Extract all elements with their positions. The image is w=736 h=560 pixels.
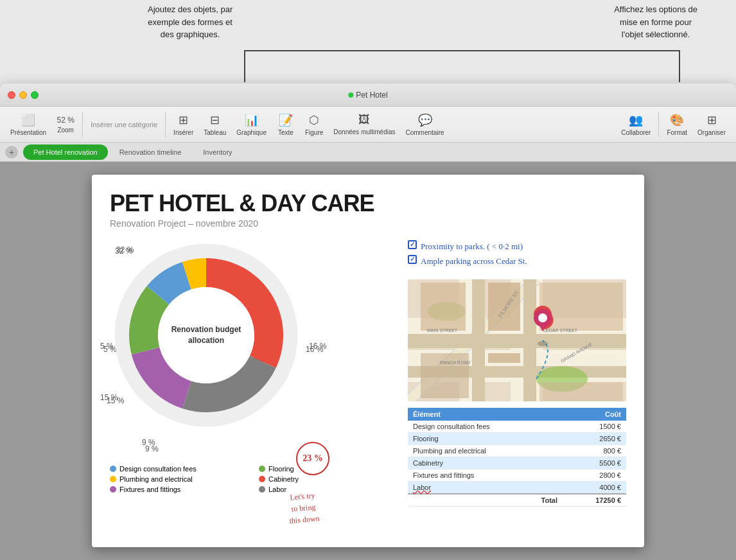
table-row: Design consultation fees 1500 € (408, 421, 626, 433)
legend-dot-design (110, 466, 116, 472)
legend-design: Design consultation fees (110, 465, 246, 473)
divider-1 (82, 112, 83, 137)
table-cell-cost-2: 800 € (563, 444, 626, 457)
traffic-lights (0, 91, 39, 99)
text-icon: 📝 (279, 113, 293, 127)
legend-cabinetry: Cabinetry (259, 475, 395, 483)
donut-chart-wrapper: 32 % 5 % 15 % 9 % 16 % (110, 239, 395, 460)
v-road2 (523, 279, 536, 401)
add-tab-button[interactable]: + (5, 146, 18, 159)
table-cell-item-5: Labor (408, 481, 563, 494)
window-title: Pet Hotel (348, 91, 387, 100)
toolbar-chart[interactable]: 📊 Graphique (231, 110, 272, 139)
toolbar-media[interactable]: 🖼 Données multimédias (328, 110, 400, 138)
map-container: FILMORE ST. MAIN STREET CEDAR STREET RAN… (408, 279, 626, 401)
annotation-right: Affichez les options demise en forme pou… (614, 3, 697, 41)
table-total-label: Total (408, 494, 563, 507)
annotation-line-left (244, 50, 245, 82)
handwriting-annotations: Proximity to parks. ( < 0·2 mi) Ample pa… (408, 239, 626, 269)
toolbar-zoom[interactable]: 52 % Zoom (51, 113, 80, 136)
tab-inventory[interactable]: Inventory (193, 144, 242, 160)
legend-dot-cabinetry (259, 476, 265, 482)
v-road (472, 279, 485, 401)
legend-fixtures: Fixtures and fittings (110, 486, 246, 493)
tab-pet-hotel-renovation[interactable]: Pet Hotel renovation (23, 144, 108, 160)
building5 (488, 353, 520, 363)
slide-title: PET HOTEL & DAY CARE (110, 190, 626, 217)
toolbar-table[interactable]: ⊟ Tableau (198, 110, 231, 139)
checkbox-2 (408, 255, 417, 264)
format-icon: 🎨 (670, 113, 684, 127)
legend-labor: Labor (259, 486, 395, 493)
presentation-icon: ⬜ (21, 113, 35, 127)
toolbar-presentation[interactable]: ⬜ Présentation (5, 110, 51, 139)
table-row: Cabinetry 5500 € (408, 457, 626, 469)
table-cell-cost-4: 2800 € (563, 469, 626, 481)
close-button[interactable] (8, 91, 15, 99)
toolbar-comment[interactable]: 💬 Commentaire (401, 110, 450, 139)
pct-label-15: 15 % (100, 393, 118, 402)
table-cell-cost-3: 5500 € (563, 457, 626, 469)
insert-icon: ⊞ (179, 113, 188, 127)
toolbar: ⬜ Présentation 52 % Zoom Insérer une cat… (0, 107, 736, 143)
table-row: Flooring 2650 € (408, 432, 626, 444)
legend-dot-labor (259, 486, 265, 493)
building6 (539, 382, 623, 401)
toolbar-organize[interactable]: ⊞ Organiser (692, 110, 731, 139)
circle-annotation: 23 % (296, 442, 329, 475)
toolbar-text[interactable]: 📝 Texte (272, 110, 300, 139)
table-row: Fixtures and fittings 2800 € (408, 469, 626, 481)
table-header-element: Élément (408, 408, 563, 421)
pin-hole (538, 313, 547, 322)
slide[interactable]: PET HOTEL & DAY CARE Renovation Project … (92, 175, 644, 547)
right-side: Proximity to parks. ( < 0·2 mi) Ample pa… (408, 239, 626, 532)
toolbar-shape[interactable]: ⬡ Figure (300, 110, 328, 139)
donut-center-text2: allocation (188, 336, 224, 345)
table-cell-item-1: Flooring (408, 432, 563, 444)
table-cell-cost-5: 4000 € (563, 481, 626, 494)
table-body: Design consultation fees 1500 € Flooring… (408, 421, 626, 507)
table-cell-cost-1: 2650 € (563, 432, 626, 444)
annotation-left: Ajoutez des objets, parexemple des forme… (148, 3, 232, 41)
table-cell-item-0: Design consultation fees (408, 421, 563, 433)
annotation-hline (244, 50, 679, 51)
h-road (408, 334, 626, 348)
table-header-cost: Coût (563, 408, 626, 421)
slide-subtitle: Renovation Project – novembre 2020 (110, 218, 626, 229)
pin-shadow (538, 341, 548, 346)
lets-try-annotation: Let's tryto bringthis down (287, 489, 320, 527)
street-ranch: RANCH ROAD (440, 360, 470, 365)
titlebar: Pet Hotel (0, 83, 736, 107)
legend-dot-flooring (259, 466, 265, 472)
check-item-1: Proximity to parks. ( < 0·2 mi) (408, 239, 626, 254)
toolbar-insert[interactable]: ⊞ Insérer (168, 110, 198, 139)
donut-hole (158, 287, 254, 383)
chart-legend: Design consultation fees Flooring Plumbi… (110, 465, 395, 493)
zoom-icon: 52 % (57, 116, 74, 125)
pct-label-32: 32 % (115, 247, 132, 256)
keynote-window: Pet Hotel ⬜ Présentation 52 % Zoom Insér… (0, 83, 736, 560)
divider-2 (165, 112, 166, 137)
fullscreen-button[interactable] (31, 91, 39, 99)
pct-label-9: 9 % (142, 438, 155, 447)
table-header-row: Élément Coût (408, 408, 626, 421)
street-cedar: CEDAR STREET (543, 328, 578, 333)
table-total-value: 17250 € (563, 494, 626, 507)
toolbar-collaborate[interactable]: 👥 Collaborer (616, 110, 656, 139)
toolbar-insert-category[interactable]: Insérer une catégorie (85, 118, 162, 131)
donut-center-text1: Renovation budget (171, 325, 241, 334)
legend-dot-plumbing (110, 476, 116, 482)
media-icon: 🖼 (358, 113, 370, 127)
annotations-area: Ajoutez des objets, parexemple des forme… (0, 0, 736, 83)
minimize-button[interactable] (19, 91, 27, 99)
building1 (421, 283, 466, 331)
slide-area[interactable]: PET HOTEL & DAY CARE Renovation Project … (0, 162, 736, 560)
divider-3 (658, 112, 659, 137)
toolbar-format[interactable]: 🎨 Format (662, 110, 692, 139)
checkbox-1 (408, 240, 417, 249)
table-row: Labor 4000 € (408, 481, 626, 494)
map-svg: FILMORE ST. MAIN STREET CEDAR STREET RAN… (408, 279, 626, 401)
budget-table: Élément Coût Design consultation fees 15… (408, 408, 626, 507)
chart-icon: 📊 (245, 113, 259, 127)
tab-renovation-timeline[interactable]: Renovation timeline (109, 144, 192, 160)
